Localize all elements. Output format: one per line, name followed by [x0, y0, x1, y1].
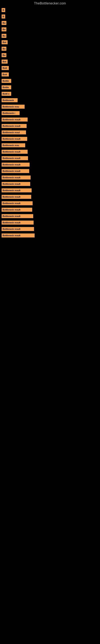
bar-row: Bottleneck result	[0, 200, 100, 206]
bar-row: Bottle	[0, 78, 100, 84]
bar-row: Bottl e	[0, 90, 100, 97]
bar-label: Bot	[1, 60, 8, 64]
bar-label: Bottle	[1, 79, 11, 83]
bar-label: Bottleneck resu	[1, 105, 25, 109]
bar-row: Bo	[0, 32, 100, 39]
bar-row: Bo	[0, 20, 100, 26]
bar-row: Bottleneck resu	[0, 142, 100, 148]
bar-row: Bottleneck result	[0, 136, 100, 142]
bar-label: Bottl e	[1, 92, 11, 96]
bar-label: Bottleneck	[1, 98, 18, 102]
bar-row: Bott	[0, 71, 100, 78]
site-title: TheBottlenecker.com	[0, 0, 100, 7]
bar-label: Bottleneck result	[1, 220, 34, 224]
bar-row: Bottle	[0, 84, 100, 90]
bar-label: Bottleneck resul	[1, 130, 26, 134]
bar-label: Bottleneck result	[1, 227, 34, 231]
bar-label: Bottleneck result	[1, 176, 31, 180]
bar-label: Bo	[1, 21, 6, 25]
bar-row: Bottleneck	[0, 97, 100, 104]
bar-row: Bottleneck r	[0, 110, 100, 116]
bar-label: Bottle	[1, 85, 11, 89]
bar-label: Bottleneck result	[1, 201, 33, 205]
bar-label: Bottleneck result	[1, 118, 28, 122]
bar-row: Bo	[0, 26, 100, 32]
bar-row: Bottleneck result	[0, 155, 100, 162]
bar-row: Bo	[0, 52, 100, 58]
bar-label: Bottleneck result	[1, 162, 30, 167]
bar-row: B	[0, 13, 100, 20]
bar-label: Bottleneck result	[1, 124, 27, 128]
bar-row: Bottleneck result	[0, 194, 100, 200]
bars-container: BBBoBoBoBotBoBoBotBottBottBottleBottleBo…	[0, 7, 100, 239]
bar-label: Bottleneck resu	[1, 143, 25, 147]
bar-row: Bottleneck result	[0, 148, 100, 155]
bar-row: Bottleneck result	[0, 162, 100, 168]
bar-row: Bottleneck resul	[0, 129, 100, 136]
bar-label: Bott	[1, 66, 9, 70]
bar-label: Bo	[1, 47, 6, 51]
bar-row: Bottleneck result	[0, 226, 100, 232]
bar-row: Bot	[0, 58, 100, 65]
bar-label: Bottleneck result	[1, 150, 28, 154]
bar-label: Bott	[1, 72, 9, 76]
bar-label: Bottleneck result	[1, 156, 28, 160]
bar-row: Bo	[0, 46, 100, 52]
bar-label: B	[1, 8, 5, 12]
bar-label: Bot	[1, 40, 8, 44]
bar-label: Bo	[1, 34, 6, 38]
bar-label: Bottleneck result	[1, 137, 27, 141]
bar-row: Bottleneck result	[0, 219, 100, 226]
bar-row: Bot	[0, 39, 100, 46]
bar-row: Bottleneck result	[0, 232, 100, 239]
bar-label: Bottleneck result	[1, 234, 35, 238]
bar-label: Bottleneck result	[1, 182, 30, 186]
bar-row: Bottleneck result	[0, 123, 100, 129]
bar-row: Bottleneck result	[0, 181, 100, 187]
bar-label: Bottleneck result	[1, 214, 33, 218]
bar-label: Bottleneck result	[1, 195, 31, 199]
bar-label: Bottleneck result	[1, 208, 32, 212]
bar-label: Bottleneck result	[1, 169, 29, 173]
bar-row: Bottleneck result	[0, 174, 100, 181]
bar-row: Bottleneck result	[0, 206, 100, 213]
bar-row: Bottleneck result	[0, 116, 100, 123]
bar-row: Bottleneck result	[0, 213, 100, 219]
bar-label: Bottleneck r	[1, 111, 20, 115]
bar-row: Bottleneck resu	[0, 104, 100, 110]
bar-row: B	[0, 7, 100, 13]
bar-row: Bott	[0, 65, 100, 71]
bar-label: Bottleneck result	[1, 188, 32, 192]
bar-label: Bo	[1, 53, 6, 57]
bar-row: Bottleneck result	[0, 187, 100, 194]
bar-label: Bo	[1, 27, 6, 32]
bar-label: B	[1, 14, 5, 18]
bar-row: Bottleneck result	[0, 168, 100, 174]
